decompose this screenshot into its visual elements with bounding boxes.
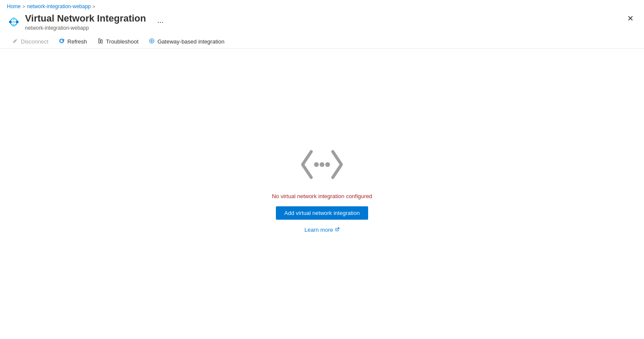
- svg-point-11: [320, 162, 325, 167]
- add-vnet-integration-button[interactable]: Add virtual network integration: [276, 206, 369, 220]
- header-left: Virtual Network Integration network-inte…: [7, 13, 167, 31]
- refresh-button[interactable]: Refresh: [53, 34, 92, 48]
- svg-rect-8: [101, 40, 103, 44]
- external-link-icon: [335, 227, 340, 233]
- breadcrumb-home[interactable]: Home: [7, 3, 21, 9]
- more-options-button[interactable]: ···: [154, 17, 167, 28]
- breadcrumb-sep2: >: [93, 4, 95, 9]
- gateway-button[interactable]: Gateway-based integration: [144, 34, 229, 48]
- toolbar: Disconnect Refresh Troubleshoot Gateway-…: [0, 34, 644, 49]
- learn-more-label: Learn more: [304, 227, 333, 233]
- header-title-block: Virtual Network Integration network-inte…: [25, 13, 146, 31]
- page-title: Virtual Network Integration: [25, 13, 146, 24]
- svg-point-12: [325, 162, 330, 167]
- page-header: Virtual Network Integration network-inte…: [0, 11, 644, 34]
- gateway-icon: [149, 38, 155, 45]
- page-subtitle: network-integration-webapp: [25, 25, 146, 31]
- empty-illustration: [292, 143, 352, 186]
- svg-rect-7: [98, 39, 100, 44]
- troubleshoot-button[interactable]: Troubleshoot: [92, 34, 144, 48]
- troubleshoot-label: Troubleshoot: [106, 38, 138, 45]
- vnet-icon: [7, 15, 21, 29]
- learn-more-link[interactable]: Learn more: [304, 227, 339, 233]
- disconnect-button[interactable]: Disconnect: [7, 34, 53, 48]
- breadcrumb: Home > network-integration-webapp >: [0, 0, 644, 11]
- empty-state-message: No virtual network integration configure…: [272, 193, 372, 199]
- svg-point-10: [314, 162, 319, 167]
- troubleshoot-icon: [97, 38, 103, 45]
- close-button[interactable]: ✕: [624, 13, 637, 24]
- refresh-label: Refresh: [67, 38, 87, 45]
- disconnect-label: Disconnect: [21, 38, 48, 45]
- disconnect-icon: [12, 38, 18, 45]
- refresh-icon: [59, 38, 65, 45]
- main-content: No virtual network integration configure…: [0, 49, 644, 327]
- gateway-label: Gateway-based integration: [157, 38, 224, 45]
- breadcrumb-webapp[interactable]: network-integration-webapp: [27, 3, 91, 9]
- breadcrumb-sep1: >: [22, 4, 25, 9]
